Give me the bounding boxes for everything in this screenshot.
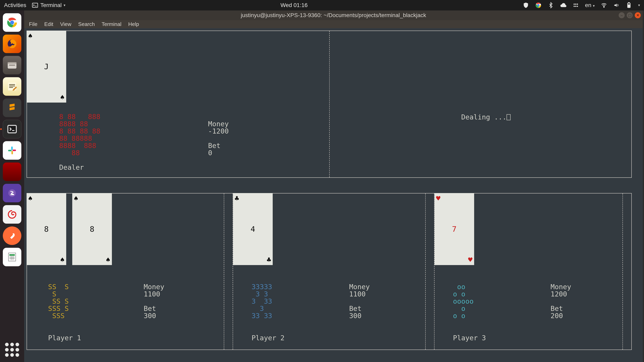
indicator-icon — [572, 2, 579, 8]
dealer-bet-value: 0 — [208, 149, 212, 156]
players-panel: ♠ 8 ♠ ♠ 8 ♠ SS S S SS S SSS S SSS Player… — [26, 193, 632, 350]
card-rank: 4 — [233, 225, 273, 234]
svg-rect-18 — [9, 65, 15, 66]
svg-point-6 — [574, 6, 575, 7]
dock-app-slack[interactable] — [3, 141, 21, 160]
menu-file[interactable]: File — [29, 21, 38, 27]
player-divider-2 — [425, 193, 434, 350]
svg-rect-21 — [11, 147, 13, 150]
cloud-icon — [560, 2, 566, 8]
club-icon: ♣ — [267, 256, 271, 264]
terminal-icon — [32, 2, 38, 8]
card-rank: 8 — [26, 225, 66, 234]
spade-icon: ♠ — [60, 256, 64, 264]
gnome-top-panel: Activities Terminal ▾ Wed 01:16 en ▾ ▾ — [0, 0, 644, 10]
player2-card-1: ♣ 4 ♣ — [233, 193, 273, 265]
chrome-icon — [535, 2, 542, 8]
player3-money-value: 1200 — [550, 290, 567, 298]
window-maximize-button[interactable]: ▢ — [627, 12, 633, 18]
dealer-bet-label: Bet — [208, 142, 220, 149]
status-message: Dealing ... — [461, 113, 510, 121]
svg-point-4 — [575, 3, 576, 5]
svg-point-7 — [575, 6, 576, 7]
player1-name: Player 1 — [48, 334, 81, 342]
svg-point-14 — [10, 20, 14, 24]
dealer-money-value: -1200 — [208, 127, 228, 135]
menu-terminal[interactable]: Terminal — [102, 21, 121, 27]
player-divider-end — [622, 193, 632, 350]
dock-app-emacs[interactable] — [3, 184, 21, 202]
volume-icon — [613, 2, 620, 8]
chevron-down-icon: ▾ — [64, 3, 66, 7]
spade-icon: ♠ — [74, 194, 78, 203]
card-rank: 8 — [72, 225, 112, 234]
svg-rect-28 — [10, 254, 15, 256]
player-divider-1 — [224, 193, 233, 350]
heart-icon: ♥ — [436, 194, 440, 203]
dock-app-firefox[interactable] — [3, 34, 21, 53]
svg-rect-24 — [12, 150, 16, 151]
menu-search[interactable]: Search — [78, 21, 95, 27]
player3-bet-label: Bet — [550, 305, 563, 312]
activities-button[interactable]: Activities — [4, 2, 26, 8]
terminal-menubar: File Edit View Search Terminal Help — [24, 20, 643, 28]
lang-indicator[interactable]: en ▾ — [585, 2, 595, 8]
dock-app-libreoffice-calc[interactable] — [3, 248, 21, 266]
player3-name: Player 3 — [453, 334, 486, 342]
shield-icon — [523, 2, 529, 8]
dock-app-red[interactable] — [3, 162, 21, 181]
window-minimize-button[interactable]: – — [619, 12, 625, 18]
player1-card-1: ♠ 8 ♠ — [26, 193, 66, 265]
dock-app-files[interactable] — [3, 56, 21, 74]
dock-app-terminal[interactable] — [3, 120, 21, 138]
player2-name: Player 2 — [252, 334, 284, 342]
svg-rect-17 — [8, 62, 16, 64]
player1-card-2: ♠ 8 ♠ — [72, 193, 112, 265]
battery-icon — [626, 2, 632, 8]
player1-money-label: Money — [144, 283, 164, 290]
heart-icon: ♥ — [468, 256, 472, 264]
svg-rect-22 — [8, 150, 12, 151]
svg-rect-23 — [12, 151, 13, 154]
window-close-button[interactable]: ✕ — [635, 12, 641, 18]
player1-ascii-art: SS S S SS S SSS S SSS — [48, 283, 69, 319]
dock-app-chrome[interactable] — [3, 13, 21, 32]
dock-app-postman[interactable] — [3, 226, 21, 245]
dealer-ascii-art: 8 88 888 8888 88 8 88 88 88 88 88888 888… — [59, 113, 100, 156]
player1-money-value: 1100 — [144, 290, 160, 298]
player2-ascii-art: 33333 3 3 3 33 3 33 33 — [252, 283, 272, 319]
spade-icon: ♠ — [28, 194, 32, 203]
svg-rect-20 — [8, 125, 16, 133]
wifi-icon — [601, 2, 607, 8]
dock-app-swirl[interactable] — [3, 205, 21, 224]
player3-ascii-art: oo o o ooooo o o o — [453, 283, 474, 319]
svg-point-9 — [604, 7, 604, 7]
show-applications-button[interactable] — [5, 343, 19, 357]
clock[interactable]: Wed 01:16 — [66, 2, 523, 8]
menu-view[interactable]: View — [60, 21, 72, 27]
window-titlebar[interactable]: justinyu@justinyu-XPS-13-9360: ~/Documen… — [24, 10, 643, 20]
terminal-window: justinyu@justinyu-XPS-13-9360: ~/Documen… — [24, 10, 643, 362]
player2-bet-label: Bet — [349, 305, 362, 312]
menu-help[interactable]: Help — [128, 21, 139, 27]
menu-edit[interactable]: Edit — [44, 21, 53, 27]
svg-rect-0 — [32, 3, 38, 7]
player3-bet-value: 200 — [550, 312, 563, 319]
dock-app-sublime[interactable] — [3, 98, 21, 117]
dock-app-text-editor[interactable] — [3, 77, 21, 96]
system-tray[interactable]: en ▾ ▾ — [523, 2, 640, 8]
svg-rect-12 — [628, 5, 630, 7]
spade-icon: ♠ — [28, 32, 32, 40]
player3-card-1: ♥ 7 ♥ — [434, 193, 474, 265]
terminal-viewport[interactable]: ♠ J ♠ 8 88 888 8888 88 8 88 88 88 88 888… — [24, 28, 643, 362]
cursor-icon — [506, 114, 510, 120]
player1-bet-value: 300 — [144, 312, 156, 319]
app-indicator[interactable]: Terminal ▾ — [32, 2, 66, 8]
card-rank: 7 — [434, 225, 474, 234]
spade-icon: ♠ — [106, 256, 110, 264]
svg-point-8 — [577, 6, 578, 7]
app-indicator-label: Terminal — [40, 2, 62, 8]
chevron-down-icon: ▾ — [593, 4, 595, 8]
player3-money-label: Money — [550, 283, 571, 290]
spade-icon: ♠ — [60, 93, 64, 101]
